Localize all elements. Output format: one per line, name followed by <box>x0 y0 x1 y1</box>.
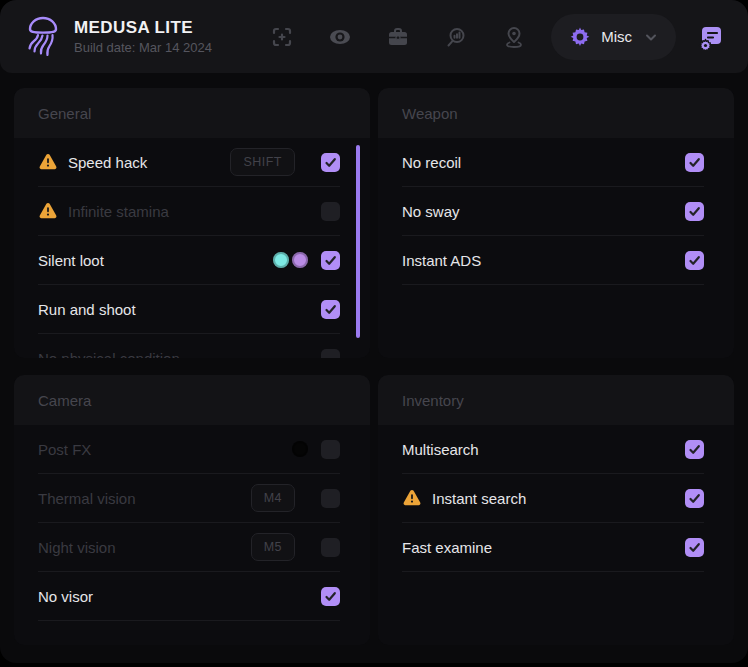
panel-weapon: Weapon No recoil No sway Instant ADS <box>378 88 734 358</box>
panel-title: Camera <box>38 392 91 409</box>
header-toolbar <box>269 24 527 50</box>
row-label: Night vision <box>38 539 116 556</box>
panel-rows: Post FX Thermal vision M4 Night vision M… <box>14 425 370 621</box>
panel-body: Multisearch Instant search <box>378 425 734 645</box>
toggle-row[interactable]: Instant search <box>402 474 704 523</box>
panel-title: Weapon <box>402 105 458 122</box>
panel-header: General <box>14 88 370 138</box>
row-label: Infinite stamina <box>68 203 169 220</box>
checkbox[interactable] <box>685 202 704 221</box>
misc-dropdown-button[interactable]: Misc <box>551 14 676 60</box>
panel-body: Post FX Thermal vision M4 Night vision M… <box>14 425 370 645</box>
row-label: Thermal vision <box>38 490 136 507</box>
toggle-row[interactable]: Night vision M5 <box>38 523 340 572</box>
app-title: MEDUSA LITE <box>74 17 212 38</box>
title-block: MEDUSA LITE Build date: Mar 14 2024 <box>74 17 212 57</box>
panel-header: Inventory <box>378 375 734 425</box>
panel-general: General Speed hack SHIFT <box>14 88 370 358</box>
toggle-row[interactable]: Fast examine <box>402 523 704 572</box>
toggle-row[interactable]: Speed hack SHIFT <box>38 138 340 187</box>
checkbox[interactable] <box>685 538 704 557</box>
panel-body: Speed hack SHIFT Infinite stamina Silent… <box>14 138 370 358</box>
panel-body: No recoil No sway Instant ADS <box>378 138 734 358</box>
toggle-row[interactable]: No physical condition <box>38 334 340 358</box>
checkbox[interactable] <box>321 300 340 319</box>
panel-header: Camera <box>14 375 370 425</box>
color-dot[interactable] <box>292 252 308 268</box>
row-label: Instant search <box>432 490 526 507</box>
panel-inventory: Inventory Multisearch Instant search <box>378 375 734 645</box>
panel-rows: Speed hack SHIFT Infinite stamina Silent… <box>14 138 370 358</box>
row-label: No physical condition <box>38 350 180 359</box>
focus-icon[interactable] <box>269 24 295 50</box>
row-label: Post FX <box>38 441 91 458</box>
checkbox[interactable] <box>321 349 340 359</box>
checkbox[interactable] <box>321 440 340 459</box>
build-date: Build date: Mar 14 2024 <box>74 40 212 56</box>
misc-label: Misc <box>601 28 632 45</box>
panel-camera: Camera Post FX Thermal vision M4 Night v… <box>14 375 370 645</box>
checkbox[interactable] <box>321 251 340 270</box>
row-label: Silent loot <box>38 252 104 269</box>
row-label: Run and shoot <box>38 301 136 318</box>
color-dot[interactable] <box>273 252 289 268</box>
toggle-row[interactable]: Silent loot <box>38 236 340 285</box>
app-window: MEDUSA LITE Build date: Mar 14 2024 <box>0 0 748 663</box>
checkbox[interactable] <box>321 153 340 172</box>
warning-icon <box>38 202 58 220</box>
panel-rows: No recoil No sway Instant ADS <box>378 138 734 285</box>
panels-grid: General Speed hack SHIFT <box>0 73 748 645</box>
toggle-row[interactable]: No sway <box>402 187 704 236</box>
checkbox[interactable] <box>321 202 340 221</box>
briefcase-icon[interactable] <box>385 24 411 50</box>
gear-icon <box>569 26 591 48</box>
row-label: No recoil <box>402 154 461 171</box>
row-label: No visor <box>38 588 93 605</box>
warning-icon <box>402 489 422 507</box>
checkbox[interactable] <box>685 153 704 172</box>
row-label: Multisearch <box>402 441 479 458</box>
color-dots <box>292 441 308 457</box>
row-label: No sway <box>402 203 460 220</box>
settings-list-icon[interactable] <box>696 22 726 52</box>
toggle-row[interactable]: Multisearch <box>402 425 704 474</box>
keybind-badge[interactable]: SHIFT <box>230 148 295 176</box>
panel-header: Weapon <box>378 88 734 138</box>
chevron-down-icon <box>644 30 658 44</box>
jellyfish-logo-icon <box>22 11 64 63</box>
color-dot[interactable] <box>292 441 308 457</box>
search-stats-icon[interactable] <box>443 24 469 50</box>
toggle-row[interactable]: Run and shoot <box>38 285 340 334</box>
eye-icon[interactable] <box>327 24 353 50</box>
toggle-row[interactable]: No visor <box>38 572 340 621</box>
panel-title: General <box>38 105 91 122</box>
location-pin-icon[interactable] <box>501 24 527 50</box>
checkbox[interactable] <box>685 440 704 459</box>
toggle-row[interactable]: Instant ADS <box>402 236 704 285</box>
row-label: Instant ADS <box>402 252 481 269</box>
warning-icon <box>38 153 58 171</box>
row-label: Speed hack <box>68 154 147 171</box>
scrollbar[interactable] <box>356 145 360 338</box>
toggle-row[interactable]: No recoil <box>402 138 704 187</box>
checkbox[interactable] <box>321 587 340 606</box>
keybind-badge[interactable]: M5 <box>251 533 295 561</box>
header: MEDUSA LITE Build date: Mar 14 2024 <box>0 0 748 73</box>
checkbox[interactable] <box>321 489 340 508</box>
row-label: Fast examine <box>402 539 492 556</box>
keybind-badge[interactable]: M4 <box>251 484 295 512</box>
checkbox[interactable] <box>321 538 340 557</box>
panel-rows: Multisearch Instant search <box>378 425 734 572</box>
toggle-row[interactable]: Infinite stamina <box>38 187 340 236</box>
color-dots <box>273 252 308 268</box>
checkbox[interactable] <box>685 251 704 270</box>
panel-title: Inventory <box>402 392 464 409</box>
toggle-row[interactable]: Post FX <box>38 425 340 474</box>
checkbox[interactable] <box>685 489 704 508</box>
toggle-row[interactable]: Thermal vision M4 <box>38 474 340 523</box>
